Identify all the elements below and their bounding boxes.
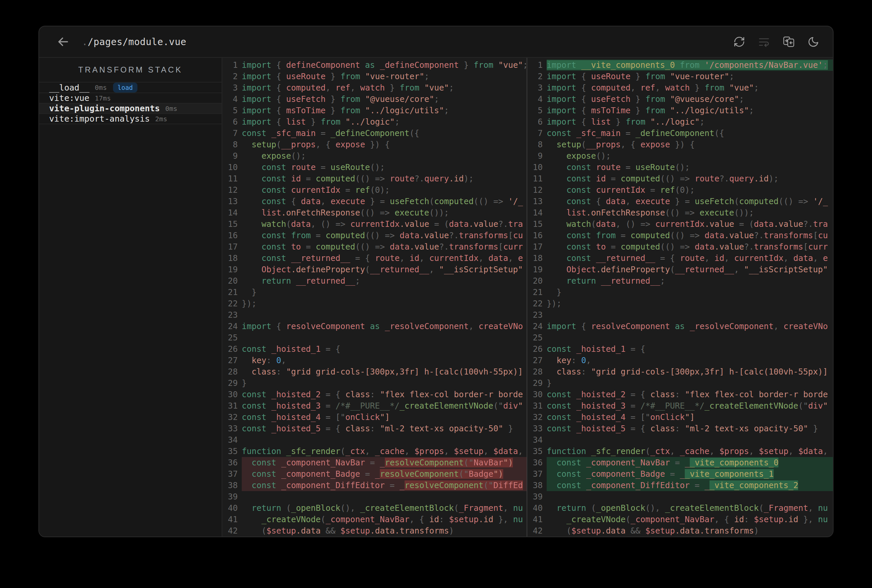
code-text: [547, 309, 833, 321]
transform-stack-item[interactable]: __load__0msload: [39, 82, 222, 93]
transform-stack-item[interactable]: vite:import-analysis2ms: [39, 114, 222, 124]
line-number: 17: [527, 241, 547, 253]
code-text: _createVNode(_component_NavBar, { id: $s…: [547, 514, 833, 525]
code-line: 15 watch(data, () => currentIdx.value = …: [527, 219, 833, 230]
code-text: Object.defineProperty(__returned__, "__i…: [242, 264, 526, 275]
code-text: function _sfc_render(_ctx, _cache, $prop…: [242, 446, 526, 457]
line-number: 34: [223, 434, 242, 446]
line-number: 20: [223, 275, 242, 286]
code-text: return (_openBlock(), _createElementBloc…: [242, 502, 526, 514]
code-text: watch(data, () => currentIdx.value = (da…: [547, 219, 833, 230]
line-number: 28: [223, 366, 242, 378]
original-code-pane[interactable]: 1import { defineComponent as _defineComp…: [223, 58, 527, 537]
moon-icon: [807, 36, 819, 48]
code-line: 3import { computed, ref, watch } from "v…: [223, 82, 526, 93]
code-text: import { useRoute } from "vue-router";: [547, 71, 833, 82]
header-bar: ./pages/module.vue: [39, 26, 833, 58]
plugin-name: vite-plugin-components: [49, 104, 160, 113]
transform-stack-item[interactable]: vite:vue17ms: [39, 93, 222, 104]
code-line: 28 class: "grid grid-cols-[300px,3fr] h-…: [527, 366, 833, 378]
code-line: 21 }: [527, 286, 833, 298]
code-text: return __returned__;: [547, 275, 833, 286]
code-text: [242, 309, 526, 321]
code-text: ($setup.data && $setup.data.transforms): [547, 525, 833, 537]
line-number: 38: [527, 480, 547, 491]
code-line: 40 return (_openBlock(), _createElementB…: [223, 502, 526, 514]
line-number: 36: [223, 457, 242, 468]
code-text: const _component_DiffEditor = _resolveCo…: [242, 480, 526, 491]
line-number: 28: [527, 366, 547, 378]
code-text: });: [242, 298, 526, 309]
line-number: 38: [223, 480, 242, 491]
code-text: const { data, execute } = useFetch(compu…: [242, 196, 526, 207]
code-text: const _hoisted_2 = { class: "flex flex-c…: [242, 389, 526, 400]
code-text: ($setup.data && $setup.data.transforms): [242, 525, 526, 537]
line-number: 25: [223, 332, 242, 344]
code-text: }: [547, 286, 833, 298]
line-number: 42: [527, 525, 547, 537]
code-line: 14 list.onFetchResponse(() => execute())…: [527, 207, 833, 219]
code-line: 8 setup(__props, { expose }) {: [527, 139, 833, 150]
line-number: 4: [527, 93, 547, 105]
line-number: 29: [223, 378, 242, 389]
code-text: import __vite_components_0 from '/compon…: [547, 60, 833, 71]
code-line: 36 const _component_NavBar = __vite_comp…: [527, 457, 833, 468]
code-text: }: [242, 378, 526, 389]
transform-stack-sidebar: TRANSFORM STACK __load__0msloadvite:vue1…: [39, 58, 223, 537]
line-number: 6: [223, 116, 242, 128]
line-number: 13: [527, 196, 547, 207]
code-text: expose();: [547, 150, 833, 162]
line-number: 7: [527, 128, 547, 139]
code-text: const _sfc_main = _defineComponent({: [547, 128, 833, 139]
code-line: 18 const __returned__ = { route, id, cur…: [223, 253, 526, 264]
line-number: 14: [223, 207, 242, 219]
line-number: 33: [527, 423, 547, 434]
line-number: 31: [223, 400, 242, 412]
code-line: 5import { msToTime } from "../logic/util…: [223, 105, 526, 116]
line-number: 35: [223, 446, 242, 457]
code-line: 27 key: 0,: [223, 355, 526, 366]
code-text: return __returned__;: [242, 275, 526, 286]
transform-stack-item[interactable]: vite-plugin-components0ms: [39, 104, 222, 114]
line-number: 8: [223, 139, 242, 150]
line-number: 26: [527, 344, 547, 355]
code-text: import { computed, ref, watch } from "vu…: [547, 82, 833, 93]
back-button[interactable]: [56, 34, 71, 49]
code-text: import { list } from "../logic";: [242, 116, 526, 128]
plugin-time: 0ms: [165, 105, 177, 112]
line-number: 42: [223, 525, 242, 537]
line-number: 4: [223, 93, 242, 105]
arrow-left-icon: [56, 34, 71, 49]
modified-code-pane[interactable]: 1import __vite_components_0 from '/compo…: [527, 58, 833, 537]
code-line: 23: [527, 309, 833, 321]
line-number: 10: [527, 162, 547, 173]
code-line: 14 list.onFetchResponse(() => execute())…: [223, 207, 526, 219]
code-line: 6import { list } from "../logic";: [223, 116, 526, 128]
code-text: return (_openBlock(), _createElementBloc…: [547, 502, 833, 514]
load-badge: load: [113, 82, 138, 93]
dark-mode-button[interactable]: [807, 36, 819, 48]
line-number: 23: [527, 309, 547, 321]
line-number: 21: [223, 286, 242, 298]
code-line: 26const _hoisted_1 = {: [223, 344, 526, 355]
code-line: 39: [527, 491, 833, 502]
code-text: key: 0,: [547, 355, 833, 366]
code-line: 32const _hoisted_4 = ["onClick"]: [527, 412, 833, 423]
line-number: 36: [527, 457, 547, 468]
refresh-button[interactable]: [733, 36, 745, 48]
code-line: 17 const to = computed(() => data.value?…: [527, 241, 833, 253]
code-line: 36 const _component_NavBar = _resolveCom…: [223, 457, 526, 468]
plugin-name: __load__: [49, 83, 89, 93]
code-line: 9 expose();: [527, 150, 833, 162]
code-line: 31const _hoisted_3 = /*#__PURE__*/_creat…: [223, 400, 526, 412]
code-line: 38 const _component_DiffEditor = _resolv…: [223, 480, 526, 491]
line-number: 32: [223, 412, 242, 423]
line-number: 14: [527, 207, 547, 219]
line-number: 33: [223, 423, 242, 434]
header-actions: [733, 36, 819, 48]
code-text: const _hoisted_4 = ["onClick"]: [242, 412, 526, 423]
side-by-side-diff-button[interactable]: [783, 36, 795, 48]
code-line: 29}: [223, 378, 526, 389]
word-wrap-button[interactable]: [758, 36, 770, 48]
word-wrap-icon: [758, 36, 770, 48]
